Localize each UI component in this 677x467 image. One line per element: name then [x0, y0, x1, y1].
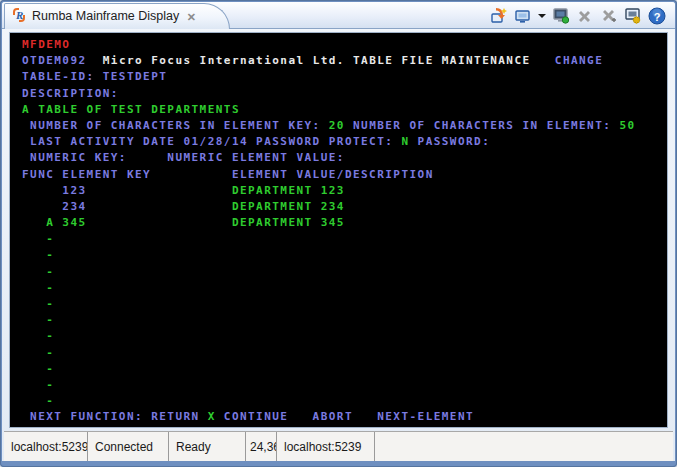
- view-toolbar: ?: [488, 4, 667, 28]
- terminal-line: TABLE-ID: TESTDEPT: [22, 69, 667, 85]
- terminal-line: 123 DEPARTMENT 123: [22, 183, 667, 199]
- terminal-line: NEXT FUNCTION: RETURN X CONTINUE ABORT N…: [22, 409, 667, 425]
- terminal-line: -: [22, 377, 667, 393]
- rumba-logo-icon: R: [11, 7, 27, 27]
- terminal-line: -: [22, 393, 667, 409]
- status-host-address: localhost:5239: [277, 432, 375, 461]
- connect-button[interactable]: [550, 6, 571, 27]
- disconnect-all-button[interactable]: [598, 6, 619, 27]
- tab-close-icon[interactable]: ✕: [184, 10, 198, 24]
- help-icon: ?: [648, 7, 666, 25]
- terminal-line: -: [22, 345, 667, 361]
- rumba-window: R Rumba Mainframe Display ✕: [0, 0, 677, 467]
- disconnect-button[interactable]: [574, 6, 595, 27]
- display-menu-button[interactable]: [536, 6, 547, 27]
- terminal-line: OTDEM092 Micro Focus International Ltd. …: [22, 53, 667, 69]
- tab-rumba-mainframe-display[interactable]: R Rumba Mainframe Display ✕: [4, 3, 230, 29]
- terminal-line: -: [22, 296, 667, 312]
- terminal-line: NUMERIC KEY: NUMERIC ELEMENT VALUE:: [22, 150, 667, 166]
- status-bar: localhost:5239 (6) Connected Ready 24,36…: [4, 431, 673, 461]
- terminal-line: MFDEMO: [22, 37, 667, 53]
- disconnect-icon: [577, 9, 592, 24]
- terminal-line: A TABLE OF TEST DEPARTMENTS: [22, 102, 667, 118]
- terminal-line: -: [22, 264, 667, 280]
- screen-display-icon: [514, 8, 531, 25]
- display-settings-button[interactable]: [622, 6, 643, 27]
- svg-text:R: R: [15, 9, 23, 21]
- terminal-line: DESCRIPTION:: [22, 86, 667, 102]
- help-button[interactable]: ?: [646, 6, 667, 27]
- terminal-line: LAST ACTIVITY DATE 01/28/14 PASSWORD PRO…: [22, 134, 667, 150]
- connect-icon: [552, 7, 570, 25]
- dropdown-arrow-icon: [538, 13, 546, 19]
- terminal-line: -: [22, 280, 667, 296]
- new-display-button[interactable]: [488, 6, 509, 27]
- terminal-line: -: [22, 247, 667, 263]
- tab-bar: R Rumba Mainframe Display ✕: [2, 2, 675, 29]
- terminal-screen[interactable]: MFDEMOOTDEM092 Micro Focus International…: [9, 32, 668, 428]
- status-cursor-position: 24,36: [246, 432, 277, 461]
- terminal-line: A 345 DEPARTMENT 345: [22, 215, 667, 231]
- tab-label: Rumba Mainframe Display: [32, 9, 179, 24]
- svg-text:?: ?: [653, 11, 660, 23]
- view-chrome: R Rumba Mainframe Display ✕: [2, 2, 675, 461]
- terminal-line: 234 DEPARTMENT 234: [22, 199, 667, 215]
- terminal-line: -: [22, 361, 667, 377]
- status-spacer: [375, 432, 673, 461]
- status-keyboard-state: Ready: [169, 432, 246, 461]
- display-settings-icon: [624, 7, 642, 25]
- terminal-line: -: [22, 312, 667, 328]
- disconnect-all-icon: [601, 8, 617, 24]
- status-session-name: localhost:5239 (6): [4, 432, 88, 461]
- terminal-line: FUNC ELEMENT KEY ELEMENT VALUE/DESCRIPTI…: [22, 167, 667, 183]
- terminal-line: -: [22, 328, 667, 344]
- terminal-line: -: [22, 231, 667, 247]
- new-display-icon: [490, 7, 508, 25]
- screen-display-button[interactable]: [512, 6, 533, 27]
- status-connection-state: Connected: [88, 432, 169, 461]
- terminal-line: NUMBER OF CHARACTERS IN ELEMENT KEY: 20 …: [22, 118, 667, 134]
